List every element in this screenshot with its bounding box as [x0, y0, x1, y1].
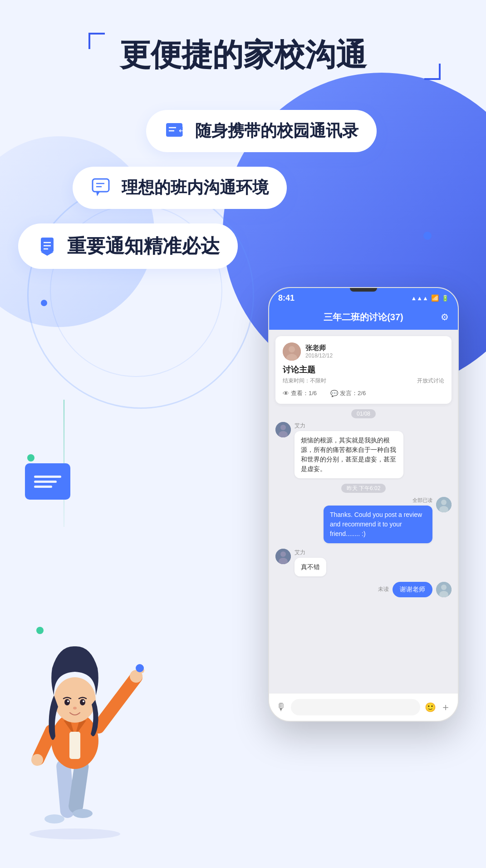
chat-title: 三年二班的讨论(37)	[324, 311, 403, 323]
page-title: 更便捷的家校沟通	[18, 0, 468, 83]
svg-point-49	[136, 664, 144, 672]
svg-point-20	[441, 500, 447, 505]
chat-msg-aili-2: 艾力 真不错	[275, 549, 452, 576]
discussion-card: 张老师 2018/12/12 讨论主题 结束时间：不限时 开放式讨论 👁	[275, 336, 452, 404]
aili-name-1: 艾力	[295, 422, 403, 430]
emoji-icon[interactable]: 🙂	[425, 702, 436, 713]
unread-bubble: 谢谢老师	[393, 582, 432, 597]
phone-notch	[350, 288, 377, 292]
svg-point-14	[289, 346, 295, 352]
feature-text-contact: 随身携带的校园通讯录	[195, 120, 358, 142]
svg-rect-36	[69, 732, 80, 759]
settings-icon[interactable]: ⚙	[441, 312, 449, 322]
view-count: 查看：1/6	[291, 389, 317, 397]
svg-point-32	[73, 809, 93, 818]
svg-rect-4	[93, 179, 109, 192]
battery-icon: 🔋	[442, 295, 449, 302]
svg-point-47	[83, 700, 84, 702]
girl-illustration	[5, 605, 145, 841]
svg-rect-8	[41, 238, 54, 252]
feature-pill-chat: 理想的班内沟通环境	[73, 167, 287, 209]
svg-point-23	[280, 551, 286, 557]
chat-header: 三年二班的讨论(37) ⚙	[269, 307, 458, 330]
post-icon: 💬	[330, 390, 338, 397]
features-list: ↩ 随身携带的校园通讯录 理想的班内沟通环境	[18, 110, 468, 269]
svg-point-46	[67, 700, 69, 702]
chat-input-bar: 🎙 🙂 ＋	[269, 693, 458, 721]
my-bubble: Thanks. Could you post a review and reco…	[324, 506, 432, 543]
feature-text-chat: 理想的班内沟通环境	[122, 177, 269, 199]
unread-label: 未读	[378, 585, 389, 593]
svg-point-41	[31, 754, 43, 766]
svg-point-48	[73, 707, 77, 709]
chat-msg-me: 全部已读 Thanks. Could you post a review and…	[275, 497, 452, 543]
feature-pill-contact: ↩ 随身携带的校园通讯录	[146, 110, 377, 152]
aili-bubble-1: 烦恼的根源，其实就是我执的根源，所有的痛苦都来自于一种自我和世界的分别，甚至是虚…	[295, 431, 403, 478]
teacher-date: 2018/12/12	[305, 352, 333, 359]
my-avatar	[436, 497, 452, 512]
phone-wrapper: 8:41 ▲▲▲ 📶 🔋 三年二班的讨论(37) ⚙	[268, 287, 459, 722]
chat-input[interactable]	[291, 699, 420, 715]
unread-message-row: 未读 谢谢老师	[275, 582, 452, 597]
svg-point-17	[280, 425, 286, 430]
chat-body: 张老师 2018/12/12 讨论主题 结束时间：不限时 开放式讨论 👁	[269, 330, 458, 693]
unread-avatar	[436, 582, 452, 597]
svg-marker-9	[41, 252, 54, 256]
notify-icon	[36, 235, 58, 257]
svg-point-45	[80, 699, 85, 705]
plus-icon[interactable]: ＋	[441, 700, 451, 714]
post-count: 发言：2/6	[340, 389, 366, 397]
date-sep-text: 01/08	[351, 409, 376, 418]
date-separator-2: 昨天 下午6:02	[275, 484, 452, 492]
contact-icon: ↩	[164, 120, 186, 142]
aili-avatar-2	[275, 549, 291, 564]
svg-text:↩: ↩	[179, 127, 185, 134]
discussion-topic: 讨论主题	[283, 364, 444, 375]
svg-marker-5	[96, 192, 100, 196]
read-label: 全部已读	[412, 497, 432, 504]
aili-bubble-2: 真不错	[295, 558, 326, 576]
discussion-type: 开放式讨论	[417, 377, 444, 385]
chat-msg-aili-1: 艾力 烦恼的根源，其实就是我执的根源，所有的痛苦都来自于一种自我和世界的分别，甚…	[275, 422, 452, 478]
status-icons: ▲▲▲ 📶 🔋	[411, 294, 449, 302]
date-separator-1: 01/08	[275, 409, 452, 417]
voice-icon[interactable]: 🎙	[276, 701, 286, 713]
svg-line-37	[98, 677, 136, 727]
chat-icon	[91, 177, 113, 198]
teacher-avatar	[283, 342, 301, 361]
svg-point-26	[441, 585, 447, 590]
wifi-icon: 📶	[431, 294, 439, 302]
date-sep-text-2: 昨天 下午6:02	[341, 484, 386, 493]
feature-text-notify: 重要通知精准必达	[67, 233, 220, 259]
svg-point-44	[64, 699, 70, 705]
phone-mockup: 8:41 ▲▲▲ 📶 🔋 三年二班的讨论(37) ⚙	[268, 287, 459, 722]
aili-name-2: 艾力	[295, 549, 326, 556]
svg-point-43	[54, 677, 96, 723]
feature-pill-notify: 重要通知精准必达	[18, 223, 238, 269]
girl-svg	[5, 605, 145, 841]
svg-point-30	[44, 814, 64, 823]
teacher-name: 张老师	[305, 344, 333, 352]
aili-avatar-1	[275, 422, 291, 437]
status-time: 8:41	[278, 293, 295, 303]
svg-point-28	[29, 828, 120, 839]
signal-icon: ▲▲▲	[411, 295, 428, 302]
end-time: 结束时间：不限时	[283, 377, 326, 385]
view-icon: 👁	[283, 390, 289, 397]
